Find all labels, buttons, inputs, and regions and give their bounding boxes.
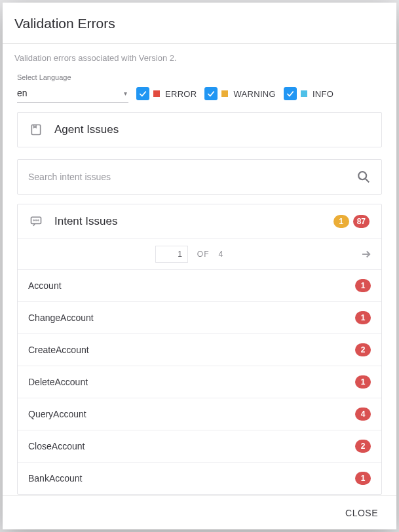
dialog-subtitle: Validation errors associated with Versio…	[3, 44, 396, 72]
filter-row: Select Language en ▾ ERROR	[17, 72, 382, 112]
intent-row-changeaccount[interactable]: ChangeAccount 1	[18, 301, 381, 333]
intent-pager: OF 4	[18, 238, 381, 269]
search-icon[interactable]	[356, 170, 371, 184]
svg-point-6	[38, 220, 39, 221]
intent-row-bankaccount[interactable]: BankAccount 1	[18, 462, 381, 494]
error-filter-label: ERROR	[165, 89, 197, 99]
modal-backdrop: Validation Errors Validation errors asso…	[0, 0, 399, 532]
intent-row-queryaccount[interactable]: QueryAccount 4	[18, 398, 381, 430]
filter-error: ERROR	[136, 87, 197, 103]
svg-point-4	[33, 220, 34, 221]
warning-checkbox[interactable]	[204, 87, 218, 100]
language-dropdown[interactable]: en ▾	[17, 86, 128, 103]
next-page-button[interactable]	[360, 248, 372, 260]
intent-issues-header[interactable]: Intent Issues 1 87	[18, 204, 381, 238]
intent-name: Account	[28, 280, 62, 291]
error-checkbox[interactable]	[136, 87, 149, 100]
intent-name: DeleteAccount	[28, 377, 88, 387]
filter-warning: WARNING	[204, 87, 275, 103]
svg-point-5	[36, 220, 37, 221]
intent-issues-panel: Intent Issues 1 87 OF 4	[17, 204, 382, 495]
svg-line-2	[366, 179, 370, 183]
intent-error-count: 1	[355, 472, 371, 485]
language-selector: Select Language en ▾	[17, 73, 128, 103]
validation-errors-dialog: Validation Errors Validation errors asso…	[3, 3, 396, 529]
chevron-down-icon: ▾	[124, 90, 127, 97]
intent-name: CreateAccount	[28, 345, 89, 355]
dialog-body[interactable]: Select Language en ▾ ERROR	[3, 72, 396, 495]
agent-issues-title: Agent Issues	[54, 123, 370, 136]
info-swatch-icon	[301, 90, 307, 97]
intent-error-count: 2	[355, 440, 371, 453]
intent-error-badge: 87	[353, 215, 370, 228]
intent-row-account[interactable]: Account 1	[18, 269, 381, 301]
info-filter-label: INFO	[313, 89, 333, 99]
pager-total: 4	[218, 250, 223, 259]
info-checkbox[interactable]	[284, 87, 297, 100]
page-number-input[interactable]	[155, 246, 188, 263]
intent-list: Account 1 ChangeAccount 1 CreateAccount …	[18, 269, 381, 494]
language-value: en	[17, 88, 28, 98]
dialog-footer: CLOSE	[3, 495, 396, 529]
intent-error-count: 4	[355, 408, 371, 421]
book-icon	[29, 123, 43, 136]
intent-error-count: 1	[355, 375, 371, 389]
agent-issues-panel: Agent Issues	[17, 112, 382, 147]
intent-name: CloseAccount	[28, 441, 85, 451]
intent-issues-badges: 1 87	[333, 215, 370, 228]
intent-error-count: 1	[355, 279, 371, 292]
pager-of-label: OF	[197, 250, 210, 259]
intent-name: BankAccount	[28, 473, 83, 484]
intent-name: QueryAccount	[28, 409, 86, 419]
intent-row-deleteaccount[interactable]: DeleteAccount 1	[18, 366, 381, 398]
language-label: Select Language	[17, 73, 128, 81]
intent-row-createaccount[interactable]: CreateAccount 2	[18, 333, 381, 366]
warning-swatch-icon	[221, 90, 228, 97]
agent-issues-header[interactable]: Agent Issues	[18, 113, 381, 147]
filter-info: INFO	[284, 87, 333, 103]
dialog-header: Validation Errors	[3, 3, 396, 44]
intent-issues-title: Intent Issues	[54, 215, 322, 228]
chat-icon	[29, 215, 43, 228]
search-input[interactable]	[28, 172, 356, 182]
intent-row-closeaccount[interactable]: CloseAccount 2	[18, 430, 381, 462]
svg-point-1	[358, 172, 366, 180]
intent-error-count: 2	[355, 343, 371, 356]
warning-filter-label: WARNING	[233, 89, 275, 99]
error-swatch-icon	[153, 90, 160, 97]
close-button[interactable]: CLOSE	[343, 503, 381, 523]
dialog-title: Validation Errors	[14, 16, 385, 31]
intent-error-count: 1	[355, 311, 371, 324]
intent-search-panel	[17, 159, 382, 195]
intent-name: ChangeAccount	[28, 313, 94, 323]
intent-warning-badge: 1	[333, 215, 349, 228]
